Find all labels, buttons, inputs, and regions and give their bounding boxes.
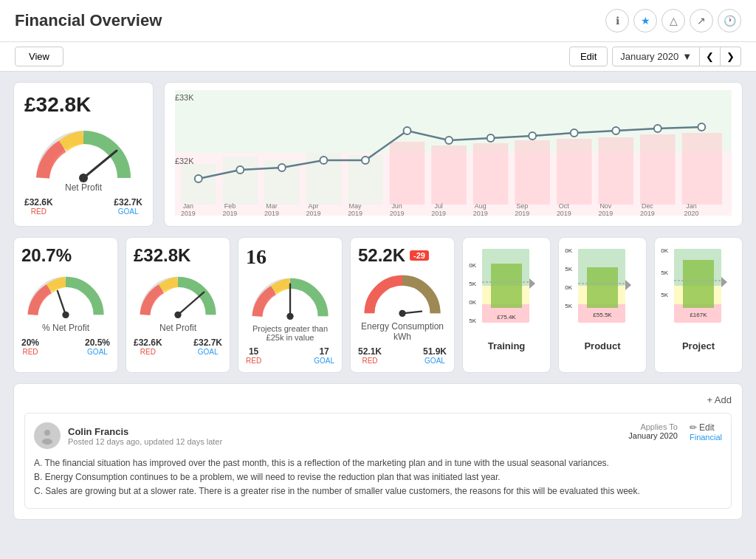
comment-meta: Applies To January 2020 ✏ Edit Financial [628, 422, 722, 442]
kpi-red-val: £32.6K [24, 197, 53, 208]
date-next-button[interactable]: ❯ [721, 47, 741, 66]
financial-link[interactable]: Financial [690, 433, 722, 442]
svg-point-31 [698, 123, 705, 131]
svg-point-25 [445, 137, 453, 144]
svg-rect-14 [598, 137, 633, 205]
svg-point-63 [286, 313, 293, 320]
svg-text:Oct: Oct [559, 202, 569, 210]
training-bullet-card: £80K £75K £70K £65K £75.4K Training [462, 237, 551, 373]
svg-text:2019: 2019 [181, 210, 196, 216]
project-bullet-title: Project [661, 340, 736, 351]
svg-point-19 [195, 175, 202, 182]
energy-gauge [358, 269, 447, 317]
svg-text:Jan: Jan [183, 202, 193, 210]
svg-text:2019: 2019 [473, 210, 488, 216]
svg-rect-12 [515, 140, 550, 205]
product-bullet-chart: £60K £55K £50K £45K £55.5K [565, 245, 639, 334]
svg-point-65 [399, 310, 405, 317]
svg-point-99 [42, 439, 52, 445]
svg-text:2019: 2019 [598, 210, 613, 216]
projects-card: 16 Projects greater than £25k in value 1… [238, 237, 343, 373]
main-kpi-label: Net Profit [65, 182, 102, 193]
svg-text:£155K: £155K [661, 292, 669, 298]
svg-point-30 [654, 125, 662, 132]
info-icon-button[interactable]: ℹ [605, 9, 629, 32]
applies-to-label: Applies To [628, 422, 678, 431]
main-gauge [32, 123, 135, 178]
svg-marker-87 [625, 280, 631, 290]
kpi-goal-val: £32.7K [114, 197, 142, 208]
svg-rect-11 [473, 143, 509, 205]
svg-text:Jun: Jun [391, 202, 402, 210]
training-bullet-chart: £80K £75K £70K £65K £75.4K [469, 245, 543, 334]
bottom-row: 20.7% % Net Profit 20% RED 20.5% [13, 237, 743, 373]
svg-point-26 [487, 134, 495, 142]
comment-edit-button[interactable]: ✏ Edit [690, 422, 722, 433]
energy-card: 52.2K -29 Energy Consumption kWh 52.1K R… [350, 237, 455, 373]
header-icon-group: ℹ ★ △ ↗ 🕐 [605, 9, 741, 32]
profit2-value: £32.8K [134, 245, 190, 266]
export-icon-button[interactable]: ↗ [690, 9, 713, 32]
add-comment-button[interactable]: + Add [707, 394, 732, 405]
date-prev-button[interactable]: ❮ [700, 47, 721, 66]
svg-point-27 [529, 132, 536, 140]
main-kpi-card: £32.8K Net Profit [13, 82, 154, 227]
main-content: £32.8K Net Profit [0, 72, 756, 530]
edit-button[interactable]: Edit [569, 47, 608, 66]
comment-card: Colin Francis Posted 12 days ago, update… [24, 413, 732, 509]
svg-line-0 [83, 151, 117, 178]
toolbar-right: Edit January 2020 ▼ ❮ ❯ [569, 47, 741, 66]
view-button[interactable]: View [15, 47, 63, 66]
svg-point-1 [79, 174, 88, 182]
history-icon-button[interactable]: 🕐 [718, 9, 741, 32]
svg-text:£33K: £33K [175, 93, 194, 102]
svg-text:£75.4K: £75.4K [497, 314, 516, 320]
kpi-goal-label: GOAL [114, 208, 142, 216]
projects-gauge [246, 272, 334, 320]
energy-badge: -29 [410, 250, 429, 261]
energy-value: 52.2K [358, 245, 405, 266]
svg-text:2019: 2019 [306, 210, 321, 216]
chevron-down-icon: ▼ [682, 51, 692, 62]
comments-header: + Add [24, 394, 732, 405]
svg-text:£170K: £170K [661, 247, 669, 254]
svg-rect-4 [181, 164, 216, 205]
svg-text:Nov: Nov [599, 202, 611, 210]
toolbar: View Edit January 2020 ▼ ❮ ❯ [0, 42, 756, 72]
svg-rect-80 [587, 267, 618, 308]
svg-rect-5 [222, 157, 258, 205]
svg-rect-91 [683, 260, 714, 308]
date-selector: January 2020 ▼ ❮ ❯ [612, 47, 741, 66]
comments-section: + Add Colin Francis Posted 12 days ago, … [13, 383, 743, 520]
svg-text:2019: 2019 [431, 210, 446, 216]
svg-text:£32K: £32K [175, 157, 194, 165]
svg-text:Jul: Jul [434, 202, 442, 210]
svg-marker-76 [529, 278, 535, 289]
svg-point-21 [278, 164, 286, 171]
svg-text:2019: 2019 [222, 210, 237, 216]
author-name: Colin Francis [68, 426, 222, 437]
svg-text:£55K: £55K [565, 266, 573, 272]
svg-point-23 [362, 157, 369, 164]
star-icon-button[interactable]: ★ [633, 9, 657, 32]
svg-point-22 [320, 157, 327, 164]
date-dropdown[interactable]: January 2020 ▼ [612, 47, 700, 66]
percent-profit-value: 20.7% [21, 245, 72, 266]
svg-rect-10 [431, 145, 467, 205]
svg-point-20 [236, 166, 244, 174]
alert-icon-button[interactable]: △ [662, 9, 685, 32]
percent-profit-label: % Net Profit [42, 323, 89, 333]
applies-to-val: January 2020 [628, 431, 678, 440]
main-kpi-bottom: £32.6K RED £32.7K GOAL [24, 197, 142, 216]
svg-text:2019: 2019 [515, 210, 529, 216]
svg-text:Apr: Apr [309, 202, 319, 210]
top-row: £32.8K Net Profit [13, 82, 743, 227]
svg-text:£80K: £80K [469, 262, 477, 269]
kpi-goal-item: £32.7K GOAL [114, 197, 142, 216]
projects-label: Projects greater than £25k in value [246, 324, 334, 342]
svg-text:£70K: £70K [469, 299, 477, 306]
svg-text:Dec: Dec [642, 202, 653, 210]
svg-point-29 [612, 127, 619, 134]
svg-text:2019: 2019 [640, 210, 655, 216]
svg-text:Aug: Aug [475, 202, 487, 210]
